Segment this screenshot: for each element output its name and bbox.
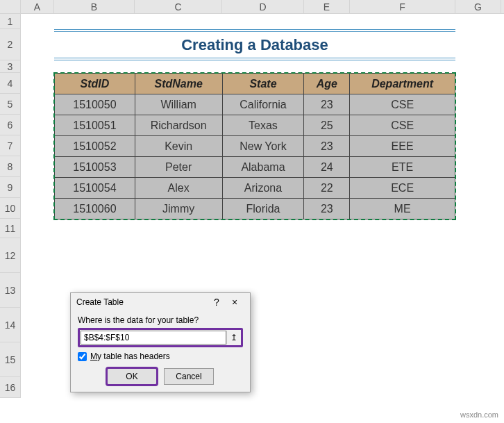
cell[interactable]: 1510051 bbox=[55, 115, 135, 136]
col-header-G[interactable]: G bbox=[455, 0, 501, 13]
cell[interactable]: 22 bbox=[304, 178, 350, 199]
help-icon[interactable]: ? bbox=[208, 297, 225, 308]
cell[interactable]: Peter bbox=[135, 157, 222, 178]
cell[interactable]: ETE bbox=[350, 157, 455, 178]
cell[interactable]: 23 bbox=[304, 199, 350, 219]
range-input[interactable] bbox=[81, 331, 226, 345]
table-row: 1510050 William California 23 CSE bbox=[55, 94, 455, 115]
table-header-row: StdID StdName State Age Department bbox=[55, 74, 455, 94]
row-header-8[interactable]: 8 bbox=[0, 156, 21, 177]
dialog-title: Create Table bbox=[76, 297, 208, 307]
cell[interactable]: Texas bbox=[222, 115, 304, 136]
cell[interactable]: EEE bbox=[350, 136, 455, 157]
row-header-13[interactable]: 13 bbox=[0, 273, 21, 308]
col-header-B[interactable]: B bbox=[54, 0, 135, 13]
table-row: 1510053 Peter Alabama 24 ETE bbox=[55, 157, 455, 178]
page-title: Creating a Database bbox=[54, 29, 455, 60]
cell[interactable]: 1510053 bbox=[55, 157, 135, 178]
row-header-11[interactable]: 11 bbox=[0, 219, 21, 238]
cell[interactable]: 1510050 bbox=[55, 94, 135, 115]
col-header-D[interactable]: D bbox=[222, 0, 304, 13]
ok-button[interactable]: OK bbox=[107, 368, 157, 385]
cell[interactable]: New York bbox=[222, 136, 304, 157]
range-selector-icon[interactable]: ↥ bbox=[226, 331, 240, 345]
cell[interactable]: 1510060 bbox=[55, 199, 135, 219]
cell[interactable]: 1510052 bbox=[55, 136, 135, 157]
cell[interactable]: 1510054 bbox=[55, 178, 135, 199]
cell[interactable]: 23 bbox=[304, 136, 350, 157]
row-header-7[interactable]: 7 bbox=[0, 135, 21, 156]
row-header-10[interactable]: 10 bbox=[0, 198, 21, 219]
cell[interactable]: Alex bbox=[135, 178, 222, 199]
dialog-message: Where is the data for your table? bbox=[78, 315, 243, 325]
cell[interactable]: ME bbox=[350, 199, 455, 219]
cell[interactable]: Jimmy bbox=[135, 199, 222, 219]
dialog-titlebar[interactable]: Create Table ? × bbox=[71, 293, 250, 311]
spreadsheet-grid: A B C D E F G 1 2 3 4 5 6 7 8 9 10 11 12… bbox=[0, 0, 504, 423]
row-header-14[interactable]: 14 bbox=[0, 308, 21, 342]
column-headers: A B C D E F G bbox=[0, 0, 504, 14]
cell[interactable]: CSE bbox=[350, 94, 455, 115]
col-header-F[interactable]: F bbox=[350, 0, 455, 13]
cell[interactable]: Florida bbox=[222, 199, 304, 219]
th-age[interactable]: Age bbox=[304, 74, 350, 94]
row-header-3[interactable]: 3 bbox=[0, 60, 21, 73]
row-header-9[interactable]: 9 bbox=[0, 177, 21, 198]
row-header-4[interactable]: 4 bbox=[0, 73, 21, 94]
cell[interactable]: ECE bbox=[350, 178, 455, 199]
cell[interactable]: Arizona bbox=[222, 178, 304, 199]
cell[interactable]: Alabama bbox=[222, 157, 304, 178]
row-header-6[interactable]: 6 bbox=[0, 115, 21, 135]
col-header-E[interactable]: E bbox=[304, 0, 350, 13]
cell[interactable]: 25 bbox=[304, 115, 350, 136]
data-table: StdID StdName State Age Department 15100… bbox=[54, 73, 455, 219]
col-header-A[interactable]: A bbox=[21, 0, 54, 13]
row-header-12[interactable]: 12 bbox=[0, 238, 21, 273]
cell[interactable]: CSE bbox=[350, 115, 455, 136]
cell[interactable]: Kevin bbox=[135, 136, 222, 157]
th-state[interactable]: State bbox=[222, 74, 304, 94]
row-header-1[interactable]: 1 bbox=[0, 14, 21, 29]
table-row: 1510052 Kevin New York 23 EEE bbox=[55, 136, 455, 157]
table-row: 1510054 Alex Arizona 22 ECE bbox=[55, 178, 455, 199]
cancel-button[interactable]: Cancel bbox=[164, 368, 214, 385]
watermark: wsxdn.com bbox=[460, 410, 498, 419]
th-stdid[interactable]: StdID bbox=[55, 74, 135, 94]
row-header-16[interactable]: 16 bbox=[0, 377, 21, 398]
col-header-C[interactable]: C bbox=[135, 0, 222, 13]
select-all-corner[interactable] bbox=[0, 0, 21, 13]
headers-checkbox[interactable] bbox=[78, 352, 87, 361]
cell[interactable]: California bbox=[222, 94, 304, 115]
cell[interactable]: Richardson bbox=[135, 115, 222, 136]
th-department[interactable]: Department bbox=[350, 74, 455, 94]
th-stdname[interactable]: StdName bbox=[135, 74, 222, 94]
cell[interactable]: 24 bbox=[304, 157, 350, 178]
row-header-2[interactable]: 2 bbox=[0, 29, 21, 60]
close-icon[interactable]: × bbox=[225, 297, 244, 308]
range-input-wrap: ↥ bbox=[78, 328, 243, 347]
create-table-dialog: Create Table ? × Where is the data for y… bbox=[70, 292, 251, 392]
row-header-5[interactable]: 5 bbox=[0, 94, 21, 115]
table-row: 1510051 Richardson Texas 25 CSE bbox=[55, 115, 455, 136]
cell[interactable]: 23 bbox=[304, 94, 350, 115]
headers-checkbox-label[interactable]: My table has headers bbox=[90, 351, 170, 361]
cell[interactable]: William bbox=[135, 94, 222, 115]
row-header-15[interactable]: 15 bbox=[0, 342, 21, 377]
table-row: 1510060 Jimmy Florida 23 ME bbox=[55, 199, 455, 219]
